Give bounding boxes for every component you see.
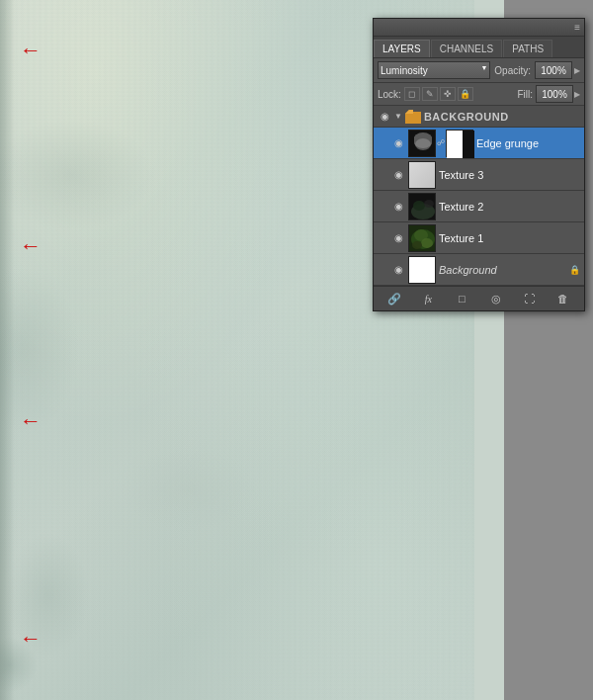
tab-paths[interactable]: PATHS xyxy=(503,40,552,57)
svg-marker-1 xyxy=(405,110,413,114)
layer-mask-0 xyxy=(446,130,473,157)
mask-svg-0 xyxy=(447,131,474,158)
lock-label: Lock: xyxy=(378,89,401,100)
svg-rect-5 xyxy=(409,131,414,157)
thumb-link-0: ☍ xyxy=(437,130,445,157)
thumb-svg-3 xyxy=(409,225,436,252)
layer-eye-2[interactable]: ◉ xyxy=(391,200,405,214)
layer-item-texture3[interactable]: ◉ Texture 3 xyxy=(374,159,584,191)
layer-thumb-2 xyxy=(408,193,436,220)
delete-icon[interactable]: 🗑 xyxy=(553,290,573,307)
opacity-arrow-icon: ▶ xyxy=(574,66,580,75)
lock-icons: ◻ ✎ ✜ 🔒 xyxy=(404,87,515,101)
tab-layers[interactable]: LAYERS xyxy=(374,40,430,57)
layer-eye-1[interactable]: ◉ xyxy=(391,168,405,182)
svg-point-19 xyxy=(412,241,422,249)
panel-bottom-toolbar: 🔗 fx □ ◎ ⛶ 🗑 xyxy=(374,286,584,310)
adjustment-icon[interactable]: □ xyxy=(452,290,471,307)
panel-menu-icon[interactable]: ≡ xyxy=(574,22,580,33)
layer-eye-3[interactable]: ◉ xyxy=(391,231,405,245)
layer-name-1: Texture 3 xyxy=(439,169,580,181)
lock-row: Lock: ◻ ✎ ✜ 🔒 Fill: 100% ▶ xyxy=(374,83,584,106)
panel-titlebar: ≡ xyxy=(374,19,584,37)
thumb-svg-0 xyxy=(409,131,436,157)
arrow-3: ← xyxy=(20,410,42,432)
lock-all-btn[interactable]: 🔒 xyxy=(458,87,473,101)
svg-rect-6 xyxy=(432,131,436,157)
layer-thumb-1 xyxy=(408,161,436,189)
thumb-group-3 xyxy=(408,224,436,252)
group-eye-icon[interactable]: ◉ xyxy=(378,110,391,124)
svg-rect-8 xyxy=(463,131,474,158)
layer-group-header[interactable]: ◉ ▼ BACKGROUND xyxy=(374,106,584,128)
layers-panel: ≡ LAYERS CHANNELS PATHS Luminosity Norma… xyxy=(373,18,585,311)
lock-move-btn[interactable]: ✜ xyxy=(440,87,456,101)
svg-rect-10 xyxy=(409,162,436,189)
fill-label: Fill: xyxy=(517,89,533,100)
layer-name-bg: Background xyxy=(439,264,566,276)
layer-eye-0[interactable]: ◉ xyxy=(391,136,405,150)
group-collapse-icon[interactable]: ▼ xyxy=(394,112,402,121)
blend-mode-select[interactable]: Luminosity Normal Multiply Screen Overla… xyxy=(378,61,490,79)
thumb-svg-2 xyxy=(409,194,436,220)
thumb-group-0: ☍ xyxy=(408,130,473,157)
layer-thumb-bg xyxy=(408,256,436,284)
layer-thumb-0 xyxy=(408,130,436,157)
fill-value[interactable]: 100% xyxy=(536,85,573,103)
layer-item-texture1[interactable]: ◉ Texture 1 xyxy=(374,222,584,254)
layer-item-background[interactable]: ◉ Background 🔒 xyxy=(374,254,584,286)
folder-icon xyxy=(405,110,421,124)
tab-channels[interactable]: CHANNELS xyxy=(431,40,502,57)
arrow-4: ← xyxy=(20,628,42,650)
layer-item-edge-grunge[interactable]: ◉ ☍ Edge grunge xyxy=(374,128,584,159)
layer-name-3: Texture 1 xyxy=(439,232,580,244)
mask-icon[interactable]: ◎ xyxy=(486,290,506,307)
layer-name-0: Edge grunge xyxy=(476,137,580,149)
blend-mode-select-wrap[interactable]: Luminosity Normal Multiply Screen Overla… xyxy=(378,61,490,79)
group-icon[interactable]: ⛶ xyxy=(520,290,540,307)
left-edge xyxy=(0,0,15,700)
fill-arrow-icon: ▶ xyxy=(574,90,580,99)
thumb-svg-bg xyxy=(409,257,436,284)
layer-item-texture2[interactable]: ◉ Texture 2 xyxy=(374,191,584,222)
thumb-group-2 xyxy=(408,193,436,220)
group-name: BACKGROUND xyxy=(424,111,509,123)
svg-point-14 xyxy=(424,200,434,208)
svg-point-18 xyxy=(421,238,433,248)
thumb-svg-1 xyxy=(409,162,436,189)
svg-rect-20 xyxy=(409,257,436,284)
arrow-1: ← xyxy=(20,40,42,61)
layer-name-2: Texture 2 xyxy=(439,201,580,213)
arrow-2: ← xyxy=(20,235,42,257)
svg-point-4 xyxy=(415,138,431,150)
lock-transparent-btn[interactable]: ◻ xyxy=(404,87,420,101)
thumb-group-1 xyxy=(408,161,436,189)
link-icon[interactable]: 🔗 xyxy=(384,290,404,307)
fx-icon[interactable]: fx xyxy=(418,290,438,307)
layer-thumb-3 xyxy=(408,224,436,252)
lock-paint-btn[interactable]: ✎ xyxy=(422,87,438,101)
layer-eye-bg[interactable]: ◉ xyxy=(391,263,405,277)
opacity-value[interactable]: 100% xyxy=(535,61,572,79)
opacity-label: Opacity: xyxy=(494,65,531,76)
panel-tabs: LAYERS CHANNELS PATHS xyxy=(374,37,584,58)
lock-bg-icon: 🔒 xyxy=(569,265,580,275)
svg-point-13 xyxy=(413,201,425,211)
blend-row: Luminosity Normal Multiply Screen Overla… xyxy=(374,58,584,83)
thumb-group-bg xyxy=(408,256,436,284)
